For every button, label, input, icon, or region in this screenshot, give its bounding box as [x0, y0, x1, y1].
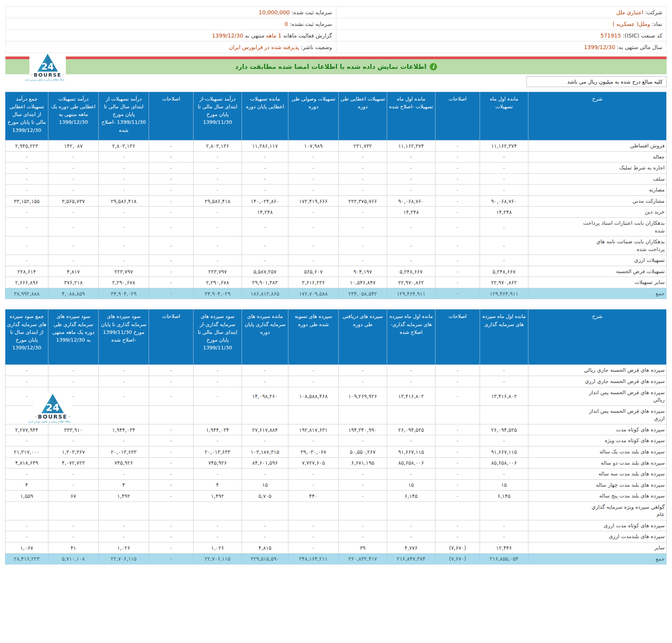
value-cell: ۰ [194, 469, 242, 480]
value-cell: ۰ [149, 207, 194, 218]
value-cell: ۵۶۵,۶۰۷ [288, 266, 339, 277]
value-cell [480, 405, 528, 424]
value-cell [387, 501, 435, 520]
row-label-text: فروش اقساطي [630, 142, 665, 150]
value-cell: ۱۴,۲۴۸ [480, 207, 528, 218]
value-cell: ۲۳۴,۰۵۸,۵۴۲ [339, 288, 387, 299]
value-cell: ۰ [149, 469, 194, 480]
value-cell: ۰ [99, 387, 149, 405]
deposits-table-row: سپرده های بلند مدت چهار ساله۱۵۰۱۵۰۰۱۵۴۰۴… [5, 479, 667, 491]
value-cell: ۳۴,۹۰۴,۰۲۹ [99, 288, 149, 299]
value-cell: (۷,۶۷۰) [435, 553, 480, 564]
value-cell: ۰ [48, 255, 99, 266]
row-label-text: سپرده های بلند مدت سه ساله [598, 470, 665, 478]
value-cell: ۲۹,۵۸۶,۴۱۸ [99, 195, 149, 207]
info-field: وضعیت ناشر: پذیرفته شده در فرابورس ایران [6, 41, 336, 53]
value-cell: ۰ [480, 435, 528, 446]
value-cell: ۰ [242, 531, 288, 542]
value-cell: ۰ [435, 236, 480, 255]
facilities-table-row: سلف۰۰۰۰۰۰۰۰۰۰۰ [5, 173, 667, 185]
issuer-info-table: شرکت: اعتباري مللسرمایه ثبت شده: 10,000,… [5, 6, 667, 53]
row-label-text: تسهیلات ارزي [634, 257, 665, 264]
value-cell: ۰ [149, 255, 194, 266]
row-label: سپرده هاي قرض الحسنه پس انداز ارزي [528, 405, 667, 424]
info-value: اعتباري ملل [616, 9, 643, 15]
value-cell: ۰ [48, 173, 99, 185]
facilities-column-header-10: درآمد تسهیلات اعطایی طی دوره یک ماهه منت… [48, 92, 99, 140]
value-cell: ۰ [149, 520, 194, 531]
row-label-text: گواهي سپرده ویژه سرمایه گذاري عام [583, 503, 665, 518]
value-cell: ۰ [149, 553, 194, 564]
value-cell: ۰ [242, 435, 288, 446]
row-label: مضاربه [528, 185, 667, 196]
row-label-text: سپرده های کوتاه مدت [616, 426, 665, 434]
facilities-table-row: سایر تسهیلات۲۲,۹۷۰,۸۶۲۰۲۲,۹۷۰,۸۶۲۱۰,۵۴۶,… [5, 277, 667, 288]
value-cell: ۰ [149, 424, 194, 435]
deposits-column-header-7: سود سپرده های سرمایه گذاری-از ابتدای سال… [194, 310, 242, 365]
value-cell: ۳,۶۱۶,۲۳۶ [288, 277, 339, 288]
info-value: وملل( عسکریه ) [612, 21, 650, 27]
info-row: نماد: وملل( عسکریه )سرمایه ثبت نشده: 0 [6, 18, 667, 30]
value-cell: ۲۲۳,۷۹۷ [99, 266, 149, 277]
value-cell: ۰ [435, 457, 480, 469]
info-field: نماد: وملل( عسکریه ) [336, 18, 667, 30]
value-cell: ۰ [149, 140, 194, 152]
value-cell: ۰ [339, 173, 387, 185]
value-cell: ۱,۰۲۶ [99, 542, 149, 554]
deposits-table-row: سپرده های کوتاه مدت۲۶,۰۹۴,۵۲۵۰۲۶,۰۹۴,۵۲۵… [5, 424, 667, 435]
row-label: سپرده های بلند مدت سه ساله [528, 469, 667, 480]
deposits-column-header-9: سود سپرده های سرمایه گذاری تا پایان مورخ… [99, 310, 149, 365]
value-cell: ۹۰,۰۶۸,۷۶۰ [387, 195, 435, 207]
value-cell: ۳۹ [339, 542, 387, 554]
value-cell: ۴,۸۱۸,۶۴۹ [5, 457, 48, 469]
row-label-text: جمع [656, 555, 665, 563]
row-label: سپرده های بلند مدت چهار ساله [528, 479, 667, 491]
value-cell: ۰ [339, 162, 387, 174]
value-cell [288, 405, 339, 424]
value-cell [149, 501, 194, 520]
row-label-text: سپرده های بلند مدت یک ساله [600, 448, 665, 456]
row-label-text: سایر [654, 544, 665, 552]
facilities-table-row: اجاره به شرط تملیک۰۰۰۰۰۰۰۰۰۰۰ [5, 162, 667, 174]
row-label: سپرده هاي قرض الحسنه جاري ریالي [528, 365, 667, 376]
value-cell: ۰ [48, 185, 99, 196]
value-cell: ۰ [242, 520, 288, 531]
value-cell: ۰ [194, 207, 242, 218]
value-cell: ۰ [48, 365, 99, 376]
row-label-text: جمع [656, 290, 665, 298]
value-cell [48, 501, 99, 520]
value-cell: ۰ [480, 185, 528, 196]
value-cell: ۴,۰۷۲,۷۲۳ [48, 457, 99, 469]
facilities-column-header-9: درآمد تسهیلات از ابتدای سال مالی تا پایا… [99, 92, 149, 140]
value-cell: ۱۰,۵۴۶,۸۴۷ [339, 277, 387, 288]
value-cell: ۵۰,۵۵۰,۲۶۷ [339, 446, 387, 457]
info-row: شرکت: اعتباري مللسرمایه ثبت شده: 10,000,… [6, 7, 667, 18]
row-label: مشارکت مدني [528, 195, 667, 207]
facilities-table-row: خرید دین۱۴,۲۴۸۰۱۴,۲۴۸۰۰۱۴,۲۴۸۰۰۰۰۰ [5, 207, 667, 218]
value-cell: ۰ [99, 217, 149, 236]
value-cell: ۰ [194, 531, 242, 542]
value-cell: ۱۰۳,۱۸۷,۳۱۵ [242, 446, 288, 457]
value-cell: ۱۴,۲۴۸ [242, 207, 288, 218]
value-cell: ۱۳,۴۱۶,۸۰۲ [387, 387, 435, 405]
value-cell: ۰ [5, 255, 48, 266]
value-cell: ۸۵,۶۵۸,۰۰۶ [480, 457, 528, 469]
svg-text:24: 24 [46, 402, 60, 413]
facilities-column-header-8: اصلاحات [149, 92, 194, 140]
value-cell: ۵,۷۱۰,۱۰۸ [48, 553, 99, 564]
row-label-text: بدهکاران بابت ضمانت نامه هاي پرداخت شده [583, 238, 665, 253]
row-label-text: سایر تسهیلات [634, 279, 665, 286]
value-cell: ۰ [242, 255, 288, 266]
value-cell: ۰ [480, 469, 528, 480]
deposits-table-row: سپرده های کوتاه مدت ویژه۰۰۰۰۰۰۰۰۰۰۰ [5, 435, 667, 446]
value-cell: ۰ [339, 469, 387, 480]
value-cell: ۰ [435, 207, 480, 218]
value-cell: ۰ [48, 469, 99, 480]
value-cell: ۰ [99, 151, 149, 162]
value-cell: ۰ [435, 140, 480, 152]
row-label: سپرده های بلند مدت یک ساله [528, 446, 667, 457]
deposits-table-row: سایر۱۲,۴۴۶(۷,۶۷۰)۴,۷۷۶۳۹۰۴,۸۱۵۱,۰۲۶۰۱,۰۲… [5, 542, 667, 554]
value-cell: ۰ [480, 162, 528, 174]
value-cell: ۰ [435, 173, 480, 185]
value-cell: ۰ [48, 479, 99, 491]
